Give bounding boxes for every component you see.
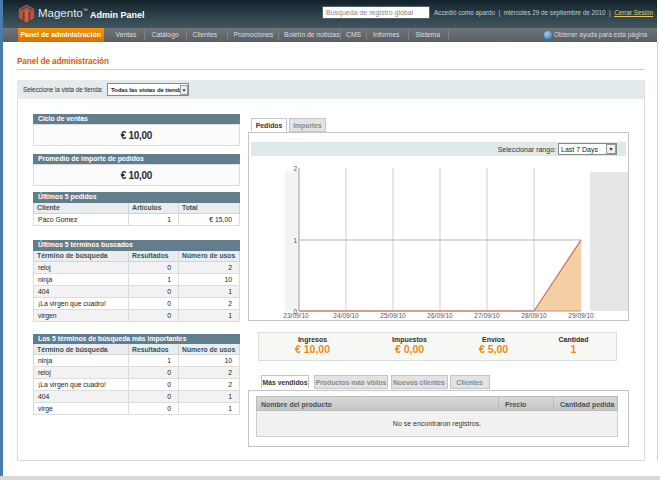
svg-text:23/09/10: 23/09/10 — [283, 312, 309, 319]
svg-text:2: 2 — [293, 165, 297, 172]
svg-text:24/09/10: 24/09/10 — [333, 312, 359, 319]
svg-text:28/09/10: 28/09/10 — [521, 312, 547, 319]
svg-text:1: 1 — [293, 237, 297, 244]
svg-text:27/09/10: 27/09/10 — [474, 312, 500, 319]
svg-text:25/09/10: 25/09/10 — [380, 312, 406, 319]
svg-text:29/09/10: 29/09/10 — [568, 312, 594, 319]
svg-text:26/09/10: 26/09/10 — [427, 312, 453, 319]
